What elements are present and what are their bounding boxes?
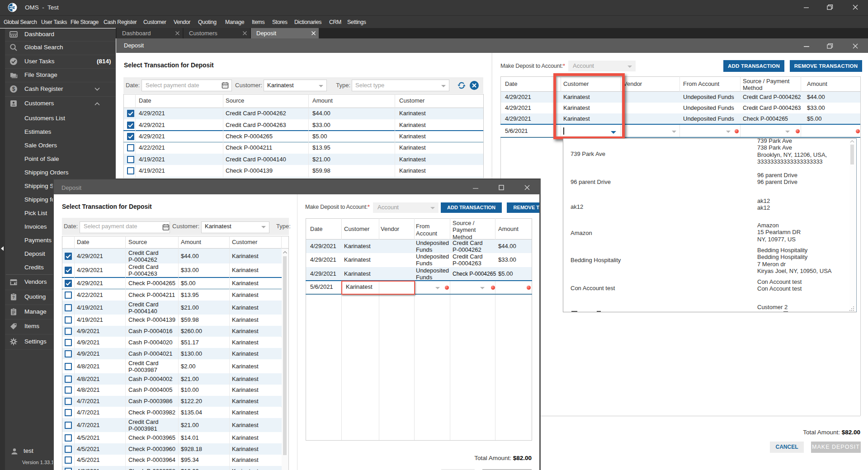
svg-text:$: $ [12,86,15,92]
svg-text:?: ? [12,295,15,300]
